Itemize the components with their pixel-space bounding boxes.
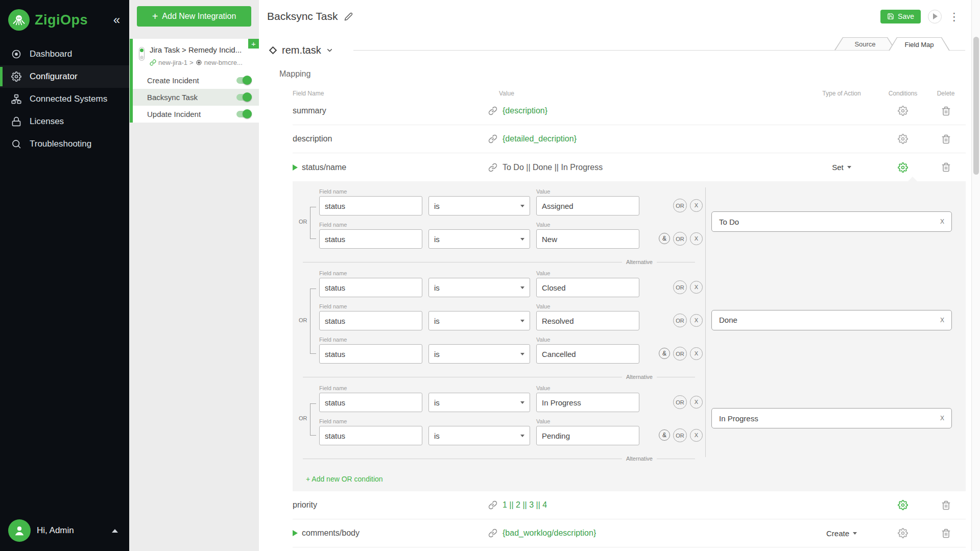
chevron-down-icon[interactable] [326, 46, 333, 54]
integration-card[interactable]: + Jira Task > Remedy Incid... new-jira-1… [133, 39, 259, 72]
condition-field-input[interactable] [319, 426, 422, 445]
scrollbar-thumb[interactable] [973, 37, 979, 175]
field-value[interactable]: {description} [503, 106, 547, 115]
delete-row-button[interactable] [941, 162, 951, 172]
save-button[interactable]: Save [880, 10, 921, 23]
conditions-button[interactable] [898, 106, 908, 116]
and-button[interactable]: & [659, 348, 670, 359]
condition-operator-select[interactable]: is [428, 196, 530, 215]
delete-row-button[interactable] [941, 106, 951, 116]
sidebar-item-connected-systems[interactable]: Connected Systems [0, 88, 129, 110]
tab-source[interactable]: Source [834, 37, 896, 50]
condition-operator-select[interactable]: is [428, 393, 530, 412]
task-toggle[interactable] [236, 77, 252, 84]
condition-value-input[interactable] [536, 393, 639, 412]
or-button[interactable]: OR [673, 347, 687, 361]
result-value-input[interactable]: To Do X [711, 211, 952, 232]
task-toggle[interactable] [236, 111, 252, 117]
remove-condition-button[interactable]: X [690, 429, 703, 442]
sidebar-item-dashboard[interactable]: Dashboard [0, 43, 129, 65]
alternative-label: Alternative [622, 374, 657, 380]
condition-operator-select[interactable]: is [428, 229, 530, 249]
lock-icon [11, 116, 21, 127]
mapping-section: Mapping Field Name Value Type of Action … [259, 33, 980, 547]
chevron-up-icon [112, 529, 118, 533]
condition-field-input[interactable] [319, 311, 422, 330]
condition-value-input[interactable] [536, 426, 639, 445]
add-or-condition-link[interactable]: + Add new OR condition [306, 475, 383, 483]
type-of-action-dropdown[interactable]: Create [803, 529, 880, 538]
edit-icon[interactable] [344, 12, 353, 21]
condition-field-input[interactable] [319, 278, 422, 297]
sidebar-item-troubleshooting[interactable]: Troubleshooting [0, 133, 129, 155]
field-value[interactable]: {bad_worklog/description} [503, 529, 596, 538]
or-button[interactable]: OR [673, 314, 687, 327]
and-button[interactable]: & [659, 233, 670, 244]
condition-operator-select[interactable]: is [428, 278, 530, 297]
condition-operator-select[interactable]: is [428, 311, 530, 330]
remove-condition-button[interactable]: X [690, 347, 703, 360]
remove-condition-button[interactable]: X [690, 232, 703, 245]
remove-condition-button[interactable]: X [690, 314, 703, 327]
sidebar-collapse-button[interactable]: « [113, 14, 120, 26]
delete-row-button[interactable] [941, 529, 951, 538]
col-delete: Delete [926, 90, 966, 97]
type-of-action-dropdown[interactable]: Set [803, 163, 880, 172]
field-name-label: Field name [319, 337, 422, 343]
tab-field-map[interactable]: Field Map [889, 37, 950, 51]
condition-field-input[interactable] [319, 196, 422, 215]
vertical-scrollbar[interactable] [971, 0, 980, 551]
condition-value-input[interactable] [536, 344, 639, 364]
conditions-button[interactable] [898, 528, 908, 538]
user-menu[interactable]: Hi, Admin [0, 511, 129, 551]
clear-result-button[interactable]: X [940, 218, 944, 225]
and-button[interactable]: & [659, 429, 670, 441]
conditions-button[interactable] [898, 500, 908, 510]
condition-value-input[interactable] [536, 229, 639, 249]
condition-field-input[interactable] [319, 393, 422, 412]
field-value[interactable]: To Do || Done || In Progress [503, 163, 603, 172]
task-label: Backsync Task [147, 93, 198, 102]
or-button[interactable]: OR [673, 232, 687, 246]
condition-field-input[interactable] [319, 344, 422, 364]
more-menu-button[interactable]: ⋮ [949, 11, 960, 22]
or-button[interactable]: OR [673, 428, 687, 442]
task-item-backsync-task[interactable]: Backsync Task [133, 89, 259, 106]
or-button[interactable]: OR [673, 395, 687, 409]
remove-condition-button[interactable]: X [690, 199, 703, 212]
run-button[interactable] [928, 10, 942, 23]
conditions-button[interactable] [898, 134, 908, 144]
trash-icon [941, 500, 951, 510]
result-value-input[interactable]: Done X [711, 310, 952, 330]
sidebar-item-configurator[interactable]: Configurator [0, 65, 129, 88]
sidebar-item-licenses[interactable]: Licenses [0, 110, 129, 133]
expand-row-icon[interactable] [293, 530, 298, 536]
condition-operator-select[interactable]: is [428, 426, 530, 445]
condition-value-input[interactable] [536, 311, 639, 330]
result-value-input[interactable]: In Progress X [711, 408, 952, 428]
or-button[interactable]: OR [673, 199, 687, 212]
operator-value: is [434, 317, 440, 325]
task-toggle[interactable] [236, 94, 252, 101]
or-button[interactable]: OR [673, 280, 687, 294]
conditions-button[interactable] [898, 162, 908, 173]
clear-result-button[interactable]: X [940, 317, 944, 324]
add-integration-button[interactable]: + Add New Integration [137, 6, 251, 27]
delete-row-button[interactable] [941, 500, 951, 510]
clear-result-button[interactable]: X [940, 415, 944, 422]
value-label: Value [536, 418, 639, 424]
task-item-create-incident[interactable]: Create Incident [133, 72, 259, 89]
remove-condition-button[interactable]: X [690, 396, 703, 409]
field-value[interactable]: 1 || 2 || 3 || 4 [503, 500, 547, 510]
remove-condition-button[interactable]: X [690, 281, 703, 294]
condition-operator-select[interactable]: is [428, 344, 530, 364]
task-item-update-incident[interactable]: Update Incident [133, 106, 259, 123]
add-task-button[interactable]: + [248, 39, 259, 49]
condition-field-input[interactable] [319, 229, 422, 249]
save-icon [887, 13, 894, 20]
field-value[interactable]: {detailed_decription} [503, 134, 577, 143]
condition-value-input[interactable] [536, 278, 639, 297]
condition-value-input[interactable] [536, 196, 639, 215]
expand-row-icon[interactable] [293, 164, 298, 171]
delete-row-button[interactable] [941, 134, 951, 144]
